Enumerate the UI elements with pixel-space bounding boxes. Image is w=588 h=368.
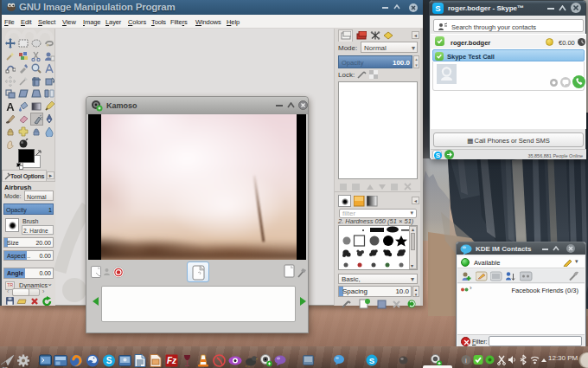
svg-text:S: S <box>106 356 112 365</box>
svg-text:A: A <box>6 101 15 112</box>
svg-text:i: i <box>465 357 467 365</box>
svg-text:Fz: Fz <box>167 356 176 365</box>
svg-text:S: S <box>369 356 374 365</box>
